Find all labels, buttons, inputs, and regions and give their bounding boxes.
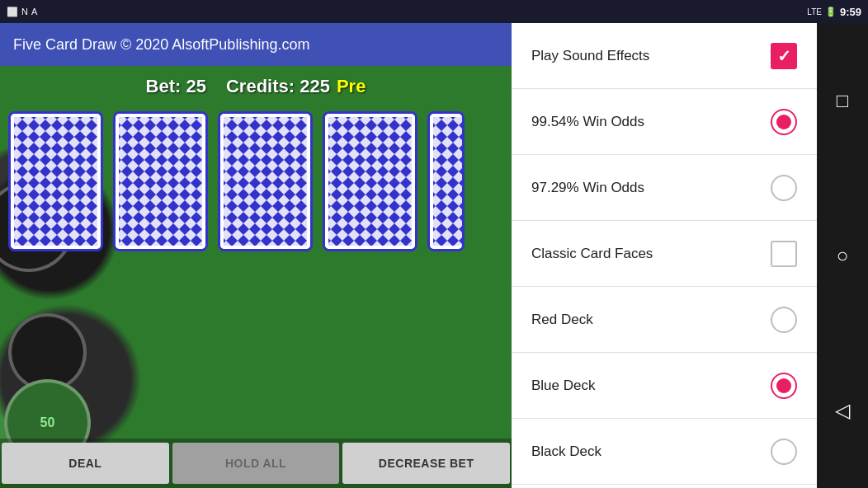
cards-area: // Will be rendered via CSS pattern bbox=[8, 111, 465, 251]
card-pattern-3 bbox=[220, 114, 310, 249]
card-back-2 bbox=[116, 114, 205, 249]
settings-item-black-deck[interactable]: Black Deck bbox=[512, 419, 817, 485]
checkbox-classic-card-faces[interactable] bbox=[771, 241, 797, 267]
card-3 bbox=[218, 111, 313, 251]
card-4 bbox=[323, 111, 417, 251]
settings-label-play-sound-effects: Play Sound Effects bbox=[531, 48, 649, 64]
game-area: 200 50 Bet: 25 Credits: 225 Pre // Will … bbox=[0, 66, 512, 488]
app-title: Five Card Draw © 2020 AlsoftPublishing.c… bbox=[13, 36, 309, 54]
status-bar-left: ⬜ N A bbox=[7, 7, 37, 17]
nav-bar: □ ○ ◁ bbox=[817, 23, 868, 488]
settings-label-black-deck: Black Deck bbox=[531, 443, 601, 460]
card-back-3 bbox=[220, 114, 310, 249]
card-pattern-4 bbox=[325, 114, 415, 249]
svg-rect-15 bbox=[328, 117, 412, 246]
battery-icon: 🔋 bbox=[825, 7, 837, 17]
deal-button[interactable]: DEAL bbox=[2, 443, 169, 484]
square-icon[interactable]: □ bbox=[826, 84, 859, 117]
card-1: // Will be rendered via CSS pattern bbox=[8, 111, 103, 251]
bet-credits-bar: Bet: 25 Credits: 225 Pre bbox=[0, 66, 512, 107]
settings-item-win-odds-97[interactable]: 97.29% Win Odds bbox=[512, 155, 817, 221]
radio-black-deck[interactable] bbox=[771, 439, 797, 465]
settings-panel: Play Sound Effects99.54% Win Odds97.29% … bbox=[512, 23, 817, 488]
time-display: 9:59 bbox=[840, 6, 861, 18]
pre-display: Pre bbox=[337, 76, 366, 97]
notification-icon-1: ⬜ bbox=[7, 7, 18, 17]
hold-all-button[interactable]: HOLD ALL bbox=[172, 443, 340, 484]
settings-item-classic-card-faces[interactable]: Classic Card Faces bbox=[512, 221, 817, 287]
decrease-bet-button[interactable]: DECREASE BET bbox=[342, 443, 510, 484]
status-bar-right: LTE 🔋 9:59 bbox=[807, 6, 861, 18]
settings-label-blue-deck: Blue Deck bbox=[531, 378, 595, 394]
settings-item-win-odds-99[interactable]: 99.54% Win Odds bbox=[512, 89, 817, 155]
checkbox-play-sound-effects[interactable] bbox=[771, 43, 797, 69]
settings-label-win-odds-97: 97.29% Win Odds bbox=[531, 180, 644, 196]
settings-label-win-odds-99: 99.54% Win Odds bbox=[531, 114, 644, 130]
svg-rect-19 bbox=[433, 117, 462, 246]
lte-icon: LTE bbox=[807, 7, 822, 16]
svg-rect-3 bbox=[14, 117, 97, 246]
card-pattern-1: // Will be rendered via CSS pattern bbox=[11, 114, 101, 249]
radio-win-odds-97[interactable] bbox=[771, 175, 797, 201]
radio-win-odds-99[interactable] bbox=[771, 109, 797, 135]
settings-label-red-deck: Red Deck bbox=[531, 312, 593, 328]
card-pattern-5 bbox=[430, 114, 462, 249]
svg-rect-7 bbox=[119, 117, 202, 246]
credits-display: Credits: 225 bbox=[226, 76, 330, 97]
notification-icon-2: N bbox=[21, 7, 28, 16]
radio-red-deck[interactable] bbox=[771, 307, 797, 333]
circle-icon[interactable]: ○ bbox=[826, 239, 859, 272]
card-back-1: // Will be rendered via CSS pattern bbox=[11, 114, 101, 249]
card-back-5 bbox=[430, 114, 462, 249]
settings-item-red-deck[interactable]: Red Deck bbox=[512, 287, 817, 353]
bottom-buttons: DEAL HOLD ALL DECREASE BET bbox=[0, 439, 512, 488]
settings-item-custom-color-deck[interactable]: Custom Color Deck bbox=[512, 485, 817, 488]
triangle-icon[interactable]: ◁ bbox=[826, 394, 859, 427]
settings-item-play-sound-effects[interactable]: Play Sound Effects bbox=[512, 23, 817, 89]
bet-display: Bet: 25 bbox=[146, 76, 206, 97]
status-bar: ⬜ N A LTE 🔋 9:59 bbox=[0, 0, 868, 23]
settings-label-classic-card-faces: Classic Card Faces bbox=[531, 246, 653, 262]
card-back-4 bbox=[325, 114, 415, 249]
card-5 bbox=[427, 111, 465, 251]
card-pattern-2 bbox=[116, 114, 205, 249]
radio-blue-deck[interactable] bbox=[771, 373, 797, 399]
settings-item-blue-deck[interactable]: Blue Deck bbox=[512, 353, 817, 419]
svg-rect-11 bbox=[224, 117, 307, 246]
card-2 bbox=[113, 111, 208, 251]
notification-icon-3: A bbox=[31, 7, 37, 16]
